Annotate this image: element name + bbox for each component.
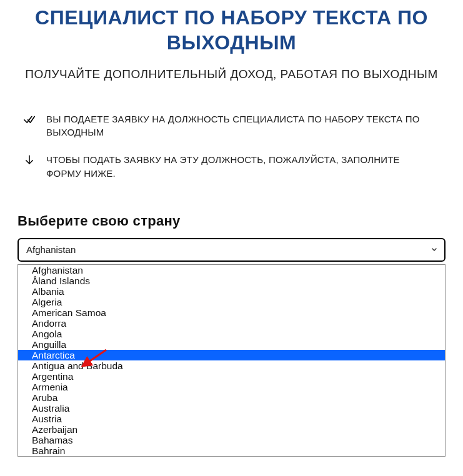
country-dropdown-list[interactable]: AfghanistanÅland IslandsAlbaniaAlgeriaAm…: [18, 265, 445, 457]
country-option[interactable]: Anguilla: [18, 339, 445, 350]
country-option[interactable]: Azerbaijan: [18, 424, 445, 435]
country-option[interactable]: [18, 456, 445, 457]
info-line-fillform: ЧТОБЫ ПОДАТЬ ЗАЯВКУ НА ЭТУ ДОЛЖНОСТЬ, ПО…: [20, 153, 432, 181]
country-option[interactable]: Armenia: [18, 382, 445, 392]
country-section-label: Выберите свою страну: [17, 213, 451, 229]
country-option[interactable]: Åland Islands: [18, 275, 445, 286]
country-option[interactable]: American Samoa: [18, 307, 445, 318]
info-text-fillform: ЧТОБЫ ПОДАТЬ ЗАЯВКУ НА ЭТУ ДОЛЖНОСТЬ, ПО…: [46, 153, 432, 181]
country-select-value: Afghanistan: [26, 244, 76, 255]
country-option[interactable]: Albania: [18, 286, 445, 297]
country-select[interactable]: Afghanistan: [17, 238, 446, 262]
country-option[interactable]: Australia: [18, 403, 445, 414]
country-option[interactable]: Bahrain: [18, 445, 445, 456]
info-block: ВЫ ПОДАЕТЕ ЗАЯВКУ НА ДОЛЖНОСТЬ СПЕЦИАЛИС…: [12, 112, 451, 181]
info-text-applying: ВЫ ПОДАЕТЕ ЗАЯВКУ НА ДОЛЖНОСТЬ СПЕЦИАЛИС…: [46, 112, 432, 140]
country-option[interactable]: Austria: [18, 414, 445, 424]
country-option[interactable]: Angola: [18, 329, 445, 339]
country-option[interactable]: Aruba: [18, 392, 445, 403]
page-main-title: СПЕЦИАЛИСТ ПО НАБОРУ ТЕКСТА ПО ВЫХОДНЫМ: [12, 5, 451, 55]
country-option[interactable]: Antigua and Barbuda: [18, 360, 445, 371]
country-option[interactable]: Algeria: [18, 297, 445, 307]
country-option[interactable]: Antarctica: [18, 350, 445, 360]
country-option[interactable]: Andorra: [18, 318, 445, 329]
arrow-down-icon: [20, 153, 39, 166]
info-line-applying: ВЫ ПОДАЕТЕ ЗАЯВКУ НА ДОЛЖНОСТЬ СПЕЦИАЛИС…: [20, 112, 432, 140]
country-dropdown-panel: AfghanistanÅland IslandsAlbaniaAlgeriaAm…: [17, 264, 446, 457]
country-option[interactable]: Bahamas: [18, 435, 445, 445]
double-check-icon: [20, 112, 39, 125]
chevron-down-icon: [431, 244, 438, 255]
country-option[interactable]: Argentina: [18, 371, 445, 382]
page-sub-title: ПОЛУЧАЙТЕ ДОПОЛНИТЕЛЬНЫЙ ДОХОД, РАБОТАЯ …: [12, 66, 451, 82]
country-option[interactable]: Afghanistan: [18, 265, 445, 275]
